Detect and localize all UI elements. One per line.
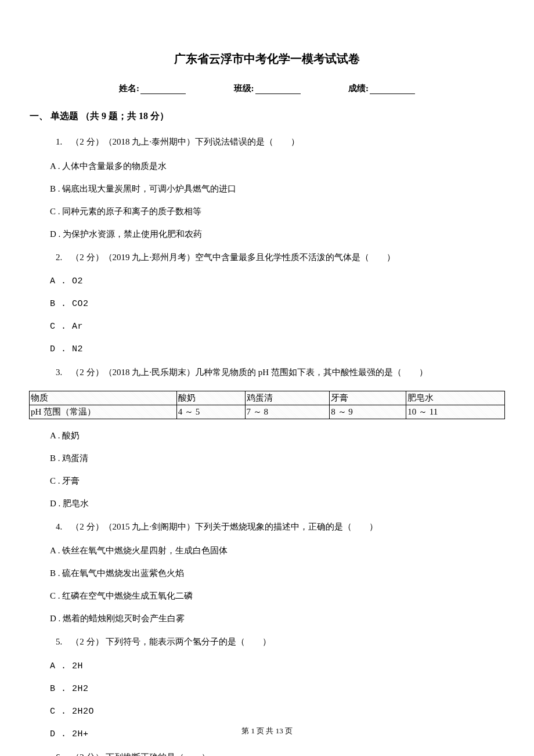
q2-option-b: B . CO2 — [29, 298, 505, 310]
student-info-row: 姓名: 班级: 成绩: — [29, 83, 505, 94]
q1-stem: 1. （2 分）（2018 九上·泰州期中）下列说法错误的是（ ） — [29, 135, 505, 149]
q4-stem: 4. （2 分）（2015 九上·剑阁期中）下列关于燃烧现象的描述中，正确的是（… — [29, 520, 505, 534]
class-field: 班级: — [234, 83, 301, 94]
score-blank[interactable] — [370, 93, 415, 94]
table-cell: 4 ～ 5 — [176, 405, 245, 419]
table-cell: 肥皂水 — [406, 391, 505, 405]
table-row: 物质 酸奶 鸡蛋清 牙膏 肥皂水 — [30, 391, 505, 405]
q3-stem: 3. （2 分）（2018 九上·民乐期末）几种常见物质的 pH 范围如下表，其… — [29, 366, 505, 379]
table-cell: 物质 — [30, 391, 177, 405]
q3-option-a: A . 酸奶 — [29, 430, 505, 442]
q3-option-c: C . 牙膏 — [29, 475, 505, 487]
table-cell: 8 ～ 9 — [330, 405, 406, 419]
table-cell: 牙膏 — [330, 391, 406, 405]
q1-option-a: A . 人体中含量最多的物质是水 — [29, 160, 505, 172]
q2-option-a: A . O2 — [29, 275, 505, 287]
score-label: 成绩: — [348, 83, 369, 94]
q3-option-b: B . 鸡蛋清 — [29, 452, 505, 465]
table-cell: 10 ～ 11 — [406, 405, 505, 419]
q5-stem: 5. （2 分） 下列符号，能表示两个氢分子的是（ ） — [29, 635, 505, 649]
page-footer: 第 1 页 共 13 页 — [29, 726, 505, 736]
table-cell: pH 范围（常温） — [30, 405, 177, 419]
q4-option-c: C . 红磷在空气中燃烧生成五氧化二磷 — [29, 590, 505, 602]
q1-option-b: B . 锅底出现大量炭黑时，可调小炉具燃气的进口 — [29, 183, 505, 195]
name-label: 姓名: — [119, 83, 139, 94]
q3-option-d: D . 肥皂水 — [29, 498, 505, 510]
q4-option-d: D . 燃着的蜡烛刚熄灭时会产生白雾 — [29, 613, 505, 625]
name-blank[interactable] — [140, 93, 186, 94]
q4-option-b: B . 硫在氧气中燃烧发出蓝紫色火焰 — [29, 567, 505, 579]
q6-stem: 6. （2 分） 下列推断正确的是（ ） — [29, 751, 505, 757]
class-blank[interactable] — [255, 93, 301, 94]
q1-option-d: D . 为保护水资源，禁止使用化肥和农药 — [29, 228, 505, 240]
q2-stem: 2. （2 分）（2019 九上·郑州月考）空气中含量最多且化学性质不活泼的气体… — [29, 251, 505, 264]
table-row: pH 范围（常温） 4 ～ 5 7 ～ 8 8 ～ 9 10 ～ 11 — [30, 405, 505, 419]
q2-option-c: C . Ar — [29, 321, 505, 333]
name-field: 姓名: — [119, 83, 186, 94]
q5-option-a: A . 2H — [29, 660, 505, 672]
section-1-header: 一、 单选题 （共 9 题；共 18 分） — [29, 110, 505, 123]
page-title: 广东省云浮市中考化学一模考试试卷 — [29, 51, 505, 67]
q4-option-a: A . 铁丝在氧气中燃烧火星四射，生成白色固体 — [29, 545, 505, 557]
table-cell: 酸奶 — [176, 391, 245, 405]
score-field: 成绩: — [348, 83, 415, 94]
table-cell: 鸡蛋清 — [245, 391, 330, 405]
q5-option-c: C . 2H2O — [29, 705, 505, 718]
q1-option-c: C . 同种元素的原子和离子的质子数相等 — [29, 206, 505, 218]
class-label: 班级: — [234, 83, 254, 94]
q2-option-d: D . N2 — [29, 343, 505, 355]
ph-table: 物质 酸奶 鸡蛋清 牙膏 肥皂水 pH 范围（常温） 4 ～ 5 7 ～ 8 8… — [29, 391, 505, 419]
q5-option-b: B . 2H2 — [29, 683, 505, 695]
table-cell: 7 ～ 8 — [245, 405, 330, 419]
